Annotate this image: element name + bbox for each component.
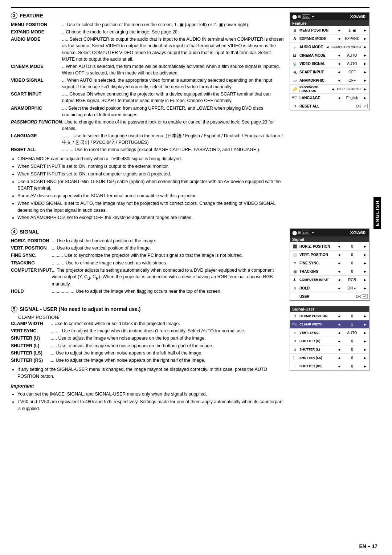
menu-row-scart-input: 🔌 SCART INPUT ◄ OFF ► (290, 68, 369, 76)
menu-icon-star2: ✦ (311, 231, 314, 235)
menu-label-vert-pos: VERT. POSITION (299, 253, 335, 257)
menu-label-vert-sync: VERT. SYNC. (299, 331, 335, 335)
section-signal-user-header: 5 SIGNAL - USER (No need to adjust in no… (11, 306, 284, 312)
arrow-right: ► (363, 323, 368, 327)
menu-label-shutter-ls: SHUTTER (LS) (299, 356, 335, 360)
def-row-shutter-rs: SHUTTER (RS) .... Use to adjust the imag… (11, 357, 284, 364)
menu-icon-audio: ♪ (291, 44, 298, 50)
menu-row-clamp-pos: ⊓ CLAMP POSITION ◄ 0 ► (290, 312, 369, 320)
menu-row-anamorphic: ▭ ANAMORPHIC ◄ OFF ► (290, 76, 369, 85)
bullet-item: CINEMA MODE can be adjusted only when a … (17, 155, 284, 162)
important-bullets: You can set the IMAGE, SIGNAL, and SIGNA… (17, 391, 284, 412)
def-row-horiz: HORIZ. POSITION ... Use to adjust the ho… (11, 237, 284, 244)
menu-icon-star: ✦ (311, 15, 314, 19)
menu-label-expand-mode: EXPAND MODE (299, 37, 335, 41)
arrow-right: ► (363, 53, 368, 57)
desc-shutter-ls: .... Use to adjust the image when noise … (49, 349, 284, 357)
ok-box-2: ↵ (362, 294, 368, 299)
arrow-right: ► (363, 348, 368, 352)
arrow-left: ◄ (336, 278, 342, 282)
term-shutter-u: SHUTTER (U) (11, 335, 49, 342)
term-scart-input: SCART INPUT (11, 90, 62, 104)
important-label: Important: (11, 383, 284, 389)
def-row-anamorphic: ANAMORPHIC .... Select the desired posit… (11, 105, 284, 118)
feature-menu-section-label: Feature (290, 20, 369, 26)
menu-row-shutter-rs-menu: ▕ SHUTTER (RS) ◄ 0 ► (290, 362, 369, 370)
desc-cinema-mode: .. When AUTO is selected, the film mode … (62, 63, 284, 77)
signal-definitions: HORIZ. POSITION ... Use to adjust the ho… (11, 237, 284, 295)
arrow-left: ◄ (336, 96, 342, 100)
signal-menu-header: ⬤ ⊞ Opt. ✦ XGA60 (290, 229, 369, 236)
value-cinema-mode: AUTO (343, 53, 361, 57)
menu-label-video-signal: VIDEO SIGNAL (299, 62, 335, 66)
feature-definitions: MENU POSITION ... Use to select the posi… (11, 21, 284, 153)
arrow-right: ► (363, 339, 368, 343)
menu-icon-clamp-pos: ⊓ (291, 313, 298, 319)
arrow-right: ► (363, 37, 368, 41)
menu-icon-anamorphic: ▭ (291, 77, 298, 84)
menu-icon-password: 🔑 (291, 86, 298, 92)
english-label: ENGLISH (373, 197, 381, 229)
desc-shutter-u: ...... Use to adjust the image when nois… (49, 335, 284, 342)
desc-computer-input: ... The projector adjusts its settings a… (52, 267, 284, 288)
bullet-item: When SCART INPUT is set to ON, nothing i… (17, 163, 284, 170)
def-row-vert-sync: VERT.SYNC. ......... Use to adjust the i… (11, 327, 284, 335)
value-vert-pos: 0 (343, 253, 361, 257)
menu-icon-expand: A (291, 35, 298, 42)
arrow-right: ► (363, 364, 368, 368)
arrow-left: ◄ (336, 253, 342, 257)
section-signal-user: 5 SIGNAL - USER (No need to adjust in no… (11, 306, 369, 414)
value-tracking: 0 (343, 270, 361, 274)
arrow-right: ► (363, 78, 368, 82)
term-tracking: TRACKING (11, 259, 52, 267)
section-signal-header: 4 SIGNAL (11, 228, 284, 235)
arrow-left: ◄ (336, 356, 342, 360)
arrow-right: ► (363, 314, 368, 318)
term-cinema-mode: CINEMA MODE (11, 63, 62, 77)
menu-label-clamp-pos: CLAMP POSITION (299, 314, 335, 318)
value-password: DISPLAY INPUT (337, 87, 361, 91)
def-row-reset-all: RESET ALL ......... Use to reset the men… (11, 146, 284, 153)
arrow-right: ► (363, 331, 368, 335)
term-hold: HOLD (11, 288, 52, 295)
term-shutter-ls: SHUTTER (LS) (11, 349, 49, 357)
arrow-left: ◄ (336, 53, 342, 57)
menu-icon-projector2: ⬤ (292, 230, 297, 235)
menu-icon-computer-input: 🖧 (291, 276, 298, 283)
def-row-menu-position: MENU POSITION ... Use to select the posi… (11, 21, 284, 28)
arrow-right: ► (363, 270, 368, 274)
menu-icon-user (291, 293, 298, 300)
value-clamp-width: 1 (343, 323, 361, 327)
menu-row-user: USER OK ↵ (290, 292, 369, 300)
menu-row-language: A字 LANGUAGE ◄ English ► (290, 94, 369, 102)
important-bullet-1: You can set the IMAGE, SIGNAL, and SIGNA… (17, 391, 284, 398)
menu-icon-shutter-u: ⊓ (291, 338, 298, 344)
menu-label-shutter-u: SHUTTER (U) (299, 339, 335, 343)
desc-menu-position: ... Use to select the position of the me… (62, 21, 284, 28)
value-horiz-pos: 0 (343, 244, 361, 248)
def-row-tracking: TRACKING .......... Use to eliminate ima… (11, 259, 284, 267)
page-number: EN – 17 (359, 543, 377, 549)
menu-label-tracking: TRACKING (299, 270, 335, 274)
menu-label-menu-position: MENU POSITION (299, 28, 335, 32)
desc-anamorphic: .... Select the desired position from am… (62, 105, 284, 118)
menu-label-cinema-mode: CINEMA MODE (299, 53, 335, 57)
arrow-right: ► (363, 253, 368, 257)
term-shutter-rs: SHUTTER (RS) (11, 357, 49, 364)
menu-row-password: 🔑 PASSWORD FUNCTION ◄ DISPLAY INPUT ► (290, 85, 369, 94)
def-row-scart-input: SCART INPUT ..... Choose ON when connect… (11, 90, 284, 104)
menu-icon-vert-pos: ⬜ (291, 251, 298, 258)
value-fine-sync: 0 (343, 261, 361, 265)
arrow-left: ◄ (336, 78, 342, 82)
signal-section-text: Signal (292, 237, 304, 242)
section-signal-text: 4 SIGNAL HORIZ. POSITION ... Use to adju… (11, 228, 284, 301)
desc-audio-mode: ..... Select COMPUTER to output the audi… (62, 36, 284, 63)
signal-user-section-label: Signal-User (290, 306, 369, 312)
value-reset-all: OK ↵ (356, 104, 368, 108)
signal-user-definitions: CLAMP WIDTH ... Use to correct solid whi… (11, 320, 284, 364)
signal-menu-box: ⬤ ⊞ Opt. ✦ XGA60 Signal ⬛ HORIZ. POSITIO… (290, 228, 369, 301)
menu-label-user: USER (299, 295, 355, 299)
def-row-shutter-ls: SHUTTER (LS) .... Use to adjust the imag… (11, 349, 284, 357)
desc-reset-all: ......... Use to reset the menu settings… (62, 146, 284, 153)
important-section: Important: You can set the IMAGE, SIGNAL… (11, 383, 284, 412)
